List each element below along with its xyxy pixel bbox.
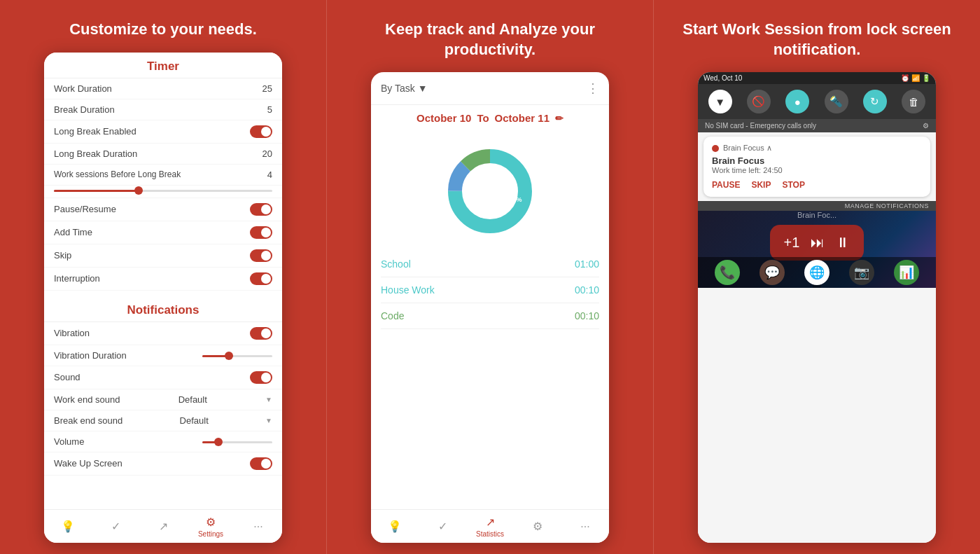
vibration-toggle[interactable] — [250, 327, 272, 340]
widget-skip-btn[interactable]: ⏭ — [811, 235, 825, 251]
volume-slider-container — [202, 440, 272, 443]
dock-messages[interactable]: 💬 — [760, 260, 785, 285]
vibration-duration-row: Vibration Duration — [44, 345, 282, 366]
long-break-enabled-toggle[interactable] — [250, 125, 272, 138]
volume-label: Volume — [54, 436, 84, 447]
nav-tasks[interactable]: ✓ — [92, 510, 139, 543]
task-house-work-time: 00:10 — [575, 284, 599, 296]
lock-screen-content: Wed, Oct 10 ⏰ 📶 🔋 ▼ 🚫 ● 🔦 ↻ 🗑 No SIM car… — [698, 72, 936, 543]
date-from: October 10 — [416, 112, 471, 124]
donut-chart-container: 12.5% 12.5% 75% — [371, 131, 609, 251]
interruption-toggle[interactable] — [250, 272, 272, 285]
status-time: Wed, Oct 10 — [704, 74, 742, 82]
dock-phone[interactable]: 📞 — [715, 260, 740, 285]
break-end-sound-arrow: ▼ — [265, 417, 272, 424]
dock-chrome[interactable]: 🌐 — [804, 260, 830, 285]
qs-wifi-btn[interactable]: ▼ — [708, 90, 732, 113]
notif-pause-btn[interactable]: PAUSE — [712, 180, 740, 190]
work-end-sound-row[interactable]: Work end sound Default ▼ — [44, 389, 282, 410]
pause-resume-row: Pause/Resume — [44, 198, 282, 221]
nav-stats[interactable]: ↗ — [139, 510, 187, 543]
widget-controls: +1 ⏭ ⏸ — [784, 235, 850, 251]
long-break-enabled-row: Long Break Enabled — [44, 120, 282, 144]
vibration-duration-slider[interactable] — [202, 355, 272, 357]
nav-timer[interactable]: 💡 — [44, 510, 92, 543]
vibration-duration-label: Vibration Duration — [54, 350, 127, 361]
nav2-tasks[interactable]: ✓ — [419, 510, 466, 543]
panel-customize: Customize to your needs. Timer Work Dura… — [0, 0, 326, 554]
phone-frame-2: By Task ▼ ⋮ October 10 To October 11 ✏ — [371, 72, 609, 543]
donut-chart: 12.5% 12.5% 75% — [441, 142, 539, 240]
panel-lockscreen: Start Work Session from lock screen noti… — [653, 0, 980, 554]
panel3-title: Start Work Session from lock screen noti… — [668, 20, 966, 60]
notif-skip-btn[interactable]: SKIP — [751, 180, 771, 190]
settings-content: Timer Work Duration 25 Break Duration 5 … — [44, 53, 282, 509]
sound-toggle[interactable] — [250, 371, 272, 384]
notif-stop-btn[interactable]: STOP — [782, 180, 804, 190]
phone-frame-1: Timer Work Duration 25 Break Duration 5 … — [44, 53, 282, 543]
nav2-timer[interactable]: 💡 — [371, 510, 419, 543]
work-duration-value: 25 — [262, 83, 272, 94]
dock-camera[interactable]: 📷 — [849, 260, 874, 285]
work-sessions-row: Work sessions Before Long Break 4 — [44, 165, 282, 186]
qs-bluetooth-btn[interactable]: ● — [785, 90, 809, 113]
sound-label: Sound — [54, 372, 80, 382]
qs-flashlight-btn[interactable]: 🔦 — [825, 90, 848, 113]
nav-settings[interactable]: ⚙ Settings — [187, 510, 234, 543]
manage-notifications-label: MANAGE NOTIFICATIONS — [845, 202, 929, 209]
quick-settings: ▼ 🚫 ● 🔦 ↻ 🗑 — [698, 84, 936, 119]
wake-up-screen-row: Wake Up Screen — [44, 452, 282, 476]
nav2-settings[interactable]: ⚙ — [514, 510, 561, 543]
qs-rotate-btn[interactable]: ↻ — [863, 90, 887, 113]
work-sessions-label: Work sessions Before Long Break — [54, 169, 181, 179]
wake-up-screen-toggle[interactable] — [250, 457, 272, 470]
settings-nav-label: Settings — [198, 530, 223, 538]
notif-app-header: Brain Focus ∧ — [712, 144, 922, 153]
by-task-filter[interactable]: By Task ▼ — [381, 83, 428, 94]
task-list: School 01:00 House Work 00:10 Code 00:10 — [371, 251, 609, 509]
brain-focus-app-label: Brain Foc... — [797, 211, 836, 219]
add-time-toggle[interactable] — [250, 226, 272, 239]
skip-toggle[interactable] — [250, 249, 272, 262]
pause-resume-toggle[interactable] — [250, 203, 272, 216]
pause-resume-label: Pause/Resume — [54, 204, 116, 214]
widget-add-btn[interactable]: +1 — [784, 235, 800, 251]
break-duration-value: 5 — [267, 104, 272, 115]
volume-row: Volume — [44, 431, 282, 452]
brain-focus-notification: Brain Focus ∧ Brain Focus Work time left… — [704, 137, 930, 197]
break-end-sound-label: Break end sound — [54, 415, 122, 426]
vibration-duration-slider-container — [202, 354, 272, 357]
work-sessions-slider-track[interactable] — [54, 190, 272, 192]
tasks-icon: ✓ — [111, 520, 120, 533]
manage-notifications-bar[interactable]: MANAGE NOTIFICATIONS — [698, 201, 936, 211]
task-code-name: Code — [381, 310, 404, 321]
nav-more[interactable]: ··· — [234, 510, 282, 543]
qs-dnd-btn[interactable]: 🚫 — [747, 90, 771, 113]
add-time-label: Add Time — [54, 227, 92, 237]
task-school-time: 01:00 — [575, 258, 599, 270]
notifications-section-title: Notifications — [44, 296, 282, 322]
widget-pause-btn[interactable]: ⏸ — [836, 235, 850, 251]
gear-icon[interactable]: ⚙ — [923, 122, 929, 130]
volume-slider[interactable] — [202, 441, 272, 443]
add-time-row: Add Time — [44, 221, 282, 244]
long-break-duration-value: 20 — [262, 148, 272, 159]
nav2-more[interactable]: ··· — [561, 510, 609, 543]
break-end-sound-row[interactable]: Break end sound Default ▼ — [44, 410, 282, 431]
nav2-more-icon: ··· — [580, 520, 589, 533]
more-options-icon[interactable]: ⋮ — [587, 81, 599, 96]
stats-icon: ↗ — [159, 520, 168, 533]
settings-icon: ⚙ — [206, 515, 216, 529]
svg-text:12.5%: 12.5% — [470, 175, 489, 182]
task-house-work-name: House Work — [381, 284, 435, 296]
nav2-stats[interactable]: ↗ Statistics — [466, 510, 514, 543]
date-to-label: To — [477, 112, 489, 124]
lock-screen-wallpaper: Brain Foc... +1 ⏭ ⏸ ∧ 📞 💬 🌐 📷 — [698, 211, 936, 288]
date-edit-icon[interactable]: ✏ — [555, 113, 564, 124]
break-duration-row: Break Duration 5 — [44, 99, 282, 120]
timer-icon: 💡 — [61, 520, 75, 533]
dock-files[interactable]: 📊 — [894, 260, 919, 285]
qs-trash-btn[interactable]: 🗑 — [902, 90, 925, 113]
panel2-title: Keep track and Analyze your productivity… — [341, 20, 639, 60]
task-code-time: 00:10 — [575, 310, 599, 321]
